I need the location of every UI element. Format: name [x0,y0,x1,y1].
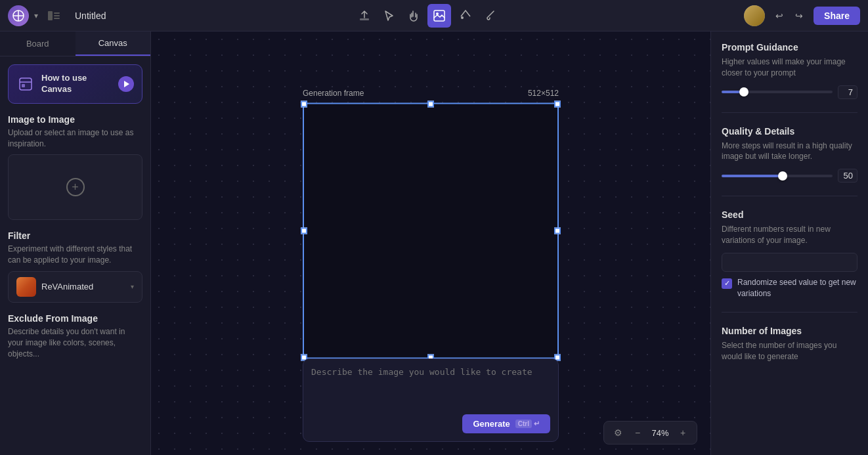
canvas-area[interactable]: Generation frame 512×512 Generate Ct [151,32,710,455]
prompt-guidance-title: Prompt Guidance [722,42,857,53]
num-images-desc: Select the number of images you would li… [722,340,857,362]
how-to-play-btn[interactable] [118,76,134,92]
quality-section: Quality & Details More steps will result… [722,126,857,183]
frame-handle-mr[interactable] [554,227,561,234]
tools-bar [116,4,739,28]
exclude-title: Exclude From Image [8,313,142,324]
how-to-text: How to use Canvas [41,73,112,95]
seed-section: Seed Different numbers result in new var… [722,209,857,299]
filter-icon-box [16,277,36,297]
frame-handle-tr[interactable] [554,100,561,107]
shortcut-enter: ↵ [534,420,540,428]
tool-group-paint [454,4,502,28]
num-images-section: Number of Images Select the number of im… [722,326,857,369]
svg-rect-12 [22,84,25,87]
frame-handle-ml[interactable] [301,227,307,234]
right-sidebar: Prompt Guidance Higher values will make … [710,32,868,455]
svg-rect-5 [54,15,60,16]
quality-thumb[interactable] [778,171,787,181]
brush-tool-btn[interactable] [479,4,502,28]
frame-size: 512×512 [528,88,559,97]
svg-rect-7 [360,18,369,20]
quality-value[interactable]: 50 [838,169,857,183]
generation-frame-container: Generation frame 512×512 [303,102,559,358]
svg-rect-10 [20,78,32,90]
filter-dropdown[interactable]: ReVAnimated ▾ [8,271,142,303]
filter-title: Filter [8,230,142,241]
svg-rect-6 [54,18,60,19]
redo-btn[interactable]: ↪ [790,7,808,25]
exclude-section: Exclude From Image Describe details you … [8,313,142,359]
tool-group-left [353,4,451,28]
user-avatar[interactable] [744,5,765,26]
paint-bucket-btn[interactable] [454,4,477,28]
topbar-right: ↩ ↪ Share [744,5,860,26]
upload-tool-btn[interactable] [353,4,376,28]
divider-1 [722,112,857,113]
image-gen-tool-btn[interactable] [427,4,451,28]
generate-label: Generate [473,419,510,429]
generate-shortcut: Ctrl ↵ [515,420,540,428]
upload-plus-icon: + [66,178,85,196]
how-to-card[interactable]: How to use Canvas [8,64,142,104]
sidebar-tabs: Board Canvas [0,32,150,56]
shortcut-ctrl: Ctrl [515,420,532,428]
zoom-value: 74% [649,428,672,438]
filter-name-label: ReVAnimated [41,282,125,292]
document-title[interactable]: Untitled [70,11,111,21]
prompt-guidance-slider: 7 [722,85,857,99]
randomize-row: Randomize seed value to get new variatio… [722,277,857,299]
topbar: ▾ Untitled [0,0,868,32]
image-to-image-desc: Upload or select an image to use as insp… [8,127,142,150]
quality-fill [722,175,783,177]
frame-handle-tl[interactable] [301,100,307,107]
divider-3 [722,312,857,313]
seed-title: Seed [722,209,857,220]
svg-rect-4 [54,12,60,14]
zoom-minus-btn[interactable]: − [629,424,646,441]
sidebar-toggle-icon[interactable] [43,5,64,26]
prompt-guidance-track[interactable] [722,91,833,93]
prompt-area: Generate Ctrl ↵ [303,358,559,442]
quality-slider: 50 [722,169,857,183]
frame-label: Generation frame [303,88,364,97]
num-images-title: Number of Images [722,326,857,336]
frame-handle-tm[interactable] [427,100,434,107]
filter-icon-img [16,277,36,297]
generation-frame[interactable] [303,102,559,358]
generate-button[interactable]: Generate Ctrl ↵ [462,414,550,433]
prompt-guidance-desc: Higher values will make your image close… [722,56,857,79]
quality-title: Quality & Details [722,126,857,137]
undo-btn[interactable]: ↩ [770,7,789,25]
randomize-label: Randomize seed value to get new variatio… [737,277,857,299]
hand-tool-btn[interactable] [402,4,426,28]
main-area: Board Canvas How to use Canvas Image to … [0,32,868,455]
seed-desc: Different numbers result in new variatio… [722,224,857,246]
exclude-desc: Describe details you don't want in your … [8,326,142,359]
seed-input[interactable] [722,253,857,272]
share-button[interactable]: Share [814,7,860,25]
prompt-guidance-thumb[interactable] [739,87,749,97]
filter-chevron-icon: ▾ [131,283,134,290]
canvas-bottom-toolbar: ⚙ − 74% + [603,421,697,444]
cursor-tool-btn[interactable] [378,4,401,28]
quality-desc: More steps will result in a high quality… [722,141,857,163]
tab-board[interactable]: Board [0,32,76,56]
prompt-guidance-value[interactable]: 7 [838,85,857,99]
image-upload-box[interactable]: + [8,154,142,220]
how-to-icon [16,75,35,93]
tab-canvas[interactable]: Canvas [76,32,151,56]
app-menu-chevron[interactable]: ▾ [34,11,38,20]
image-to-image-section: Image to Image Upload or select an image… [8,114,142,221]
image-to-image-title: Image to Image [8,114,142,125]
filter-section: Filter Experiment with different styles … [8,230,142,303]
prompt-input[interactable] [311,367,550,406]
randomize-checkbox[interactable] [722,278,732,289]
canvas-settings-btn[interactable]: ⚙ [609,424,626,441]
prompt-footer: Generate Ctrl ↵ [311,414,550,433]
filter-desc: Experiment with different styles that ca… [8,244,142,266]
sidebar-content: How to use Canvas Image to Image Upload … [0,56,150,367]
zoom-plus-btn[interactable]: + [674,424,691,441]
app-logo[interactable] [8,5,29,26]
quality-track[interactable] [722,175,833,177]
